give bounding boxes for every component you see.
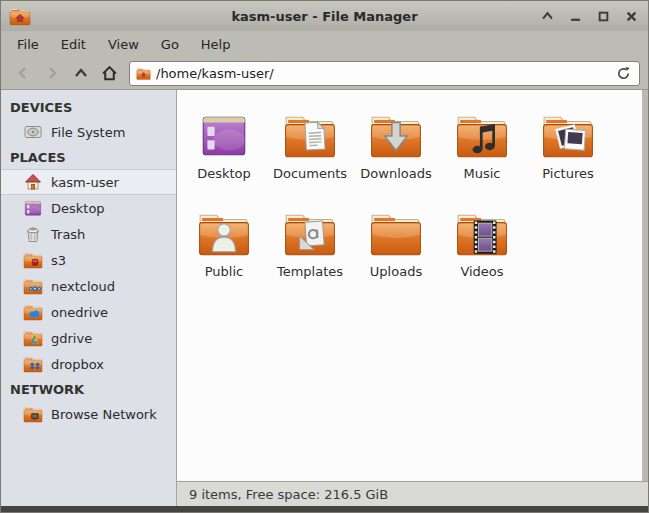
file-label: Music [464,166,501,181]
sidebar-item-label: nextcloud [51,279,115,294]
file-label: Templates [277,264,343,279]
sidebar-item-label: s3 [51,253,66,268]
path-bar[interactable] [129,61,640,86]
path-input[interactable] [156,66,608,81]
sidebar-item-label: kasm-user [51,175,119,190]
sidebar-item-browse-network[interactable]: Browse Network [1,401,176,427]
sidebar-item-dropbox[interactable]: dropbox [1,351,176,377]
file-label: Uploads [370,264,422,279]
back-button[interactable] [9,60,36,86]
file-templates[interactable]: Templates [267,200,353,298]
close-icon [626,11,637,22]
window-bottom-edge [1,506,648,512]
shade-button[interactable] [538,7,556,25]
reload-icon [616,66,631,81]
folder-public-icon [197,206,251,260]
file-downloads[interactable]: Downloads [353,102,439,200]
folder-videos-icon [455,206,509,260]
sidebar-item-gdrive[interactable]: gdrive [1,325,176,351]
path-folder-icon [136,66,151,81]
menu-edit[interactable]: Edit [51,34,96,55]
desktop-icon [23,198,43,218]
file-public[interactable]: Public [181,200,267,298]
statusbar-text: 9 items, Free space: 216.5 GiB [189,487,388,502]
file-uploads[interactable]: Uploads [353,200,439,298]
close-button[interactable] [622,7,640,25]
folder-dropbox-icon [23,354,43,374]
folder-onedrive-icon [23,302,43,322]
file-label: Pictures [542,166,593,181]
sidebar-item-label: onedrive [51,305,108,320]
network-folder-icon [23,404,43,424]
sidebar-item-label: Browse Network [51,407,157,422]
file-videos[interactable]: Videos [439,200,525,298]
sidebar-item-label: gdrive [51,331,92,346]
sidebar-item-onedrive[interactable]: onedrive [1,299,176,325]
sidebar-item-label: dropbox [51,357,104,372]
titlebar[interactable]: kasm-user - File Manager [1,1,648,31]
back-icon [15,65,31,81]
folder-templates-icon [283,206,337,260]
sidebar-item-label: Desktop [51,201,105,216]
statusbar: 9 items, Free space: 216.5 GiB [177,481,648,506]
sidebar-item-file-system[interactable]: File System [1,119,176,145]
main-panel: Desktop [177,90,648,506]
icon-view[interactable]: Desktop [177,90,648,481]
file-documents[interactable]: Documents [267,102,353,200]
file-manager-window: kasm-user - File Manager File [0,0,649,513]
file-label: Public [205,264,243,279]
shade-icon [542,11,553,22]
sidebar-item-nextcloud[interactable]: nextcloud [1,273,176,299]
folder-downloads-icon [369,108,423,162]
file-desktop[interactable]: Desktop [181,102,267,200]
home-icon [101,65,118,82]
file-label: Downloads [360,166,431,181]
sidebar-header-places: PLACES [1,145,176,169]
minimize-button[interactable] [566,7,584,25]
content-area: DEVICES File System PLACES kasm-user [1,89,648,506]
sidebar-item-kasm-user[interactable]: kasm-user [1,169,176,195]
folder-s3-icon [23,250,43,270]
folder-icon [369,206,423,260]
home-icon [23,172,43,192]
file-label: Desktop [197,166,251,181]
menu-view[interactable]: View [98,34,149,55]
forward-button[interactable] [38,60,65,86]
up-icon [73,65,89,81]
file-label: Videos [460,264,503,279]
forward-icon [44,65,60,81]
file-music[interactable]: Music [439,102,525,200]
sidebar-item-trash[interactable]: Trash [1,221,176,247]
trash-icon [23,224,43,244]
menu-go[interactable]: Go [151,34,189,55]
file-pictures[interactable]: Pictures [525,102,611,200]
sidebar-item-s3[interactable]: s3 [1,247,176,273]
folder-gdrive-icon [23,328,43,348]
menu-help[interactable]: Help [191,34,241,55]
sidebar: DEVICES File System PLACES kasm-user [1,90,177,506]
sidebar-header-devices: DEVICES [1,95,176,119]
maximize-icon [598,11,609,22]
toolbar [1,57,648,89]
home-button[interactable] [96,60,123,86]
folder-documents-icon [283,108,337,162]
sidebar-header-network: NETWORK [1,377,176,401]
reload-button[interactable] [613,63,633,83]
sidebar-item-label: File System [51,125,125,140]
app-folder-home-icon [9,5,31,27]
minimize-icon [570,11,581,22]
folder-nextcloud-icon [23,276,43,296]
maximize-button[interactable] [594,7,612,25]
menu-file[interactable]: File [7,34,49,55]
desktop-icon [197,108,251,162]
hard-disk-icon [23,122,43,142]
folder-pictures-icon [541,108,595,162]
menubar: File Edit View Go Help [1,31,648,57]
folder-music-icon [455,108,509,162]
sidebar-item-desktop[interactable]: Desktop [1,195,176,221]
file-label: Documents [273,166,347,181]
up-button[interactable] [67,60,94,86]
sidebar-item-label: Trash [51,227,85,242]
